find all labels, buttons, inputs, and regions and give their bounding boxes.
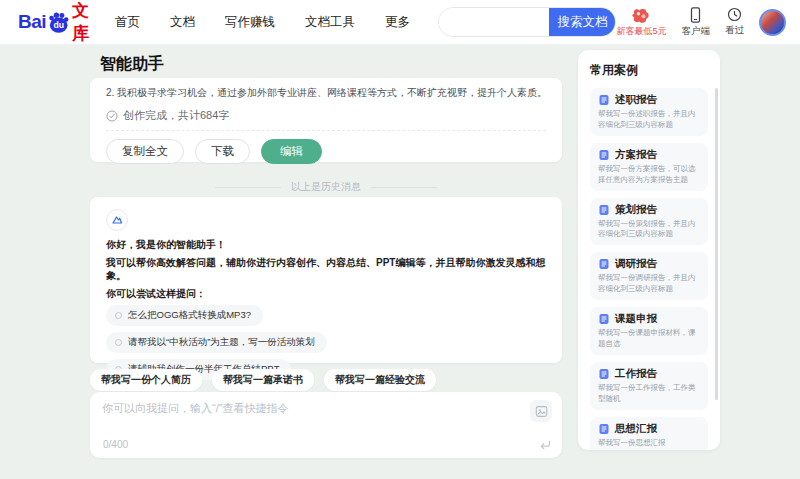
- logo-text-bai: Bai: [18, 11, 46, 33]
- case-desc: 帮我写一份述职报告，并且内容细化到三级内容标题: [598, 109, 700, 131]
- chat-input-card: 0/400: [90, 392, 562, 458]
- viewed-label: 看过: [725, 24, 744, 37]
- doc-icon: [598, 423, 610, 435]
- case-item-duty-report[interactable]: 述职报告 帮我写一份述职报告，并且内容细化到三级内容标题: [590, 88, 708, 136]
- ring-bullet-icon: [115, 339, 122, 346]
- doc-icon: [598, 94, 610, 106]
- history-divider-text: 以上是历史消息: [291, 180, 361, 194]
- welcome-try-label: 你可以尝试这样提问：: [106, 287, 546, 300]
- mobile-phone-icon: [689, 7, 702, 23]
- search-input[interactable]: [439, 8, 549, 36]
- welcome-greeting: 你好，我是你的智能助手！: [106, 238, 546, 251]
- case-item-plan-report[interactable]: 方案报告 帮我写一份方案报告，可以选择任意内容为方案报告主题: [590, 143, 708, 191]
- send-enter-icon[interactable]: [538, 439, 551, 451]
- promo-gift-icon: [630, 7, 652, 24]
- logo-text-wenku: 文库: [72, 0, 89, 45]
- baidu-wenku-assistant-page: Bai du 文库 首页 文档 写作赚钱 文档工具 更多 搜索文: [0, 0, 800, 479]
- quick-prompt-commitment[interactable]: 帮我写一篇承诺书: [212, 369, 314, 391]
- client-app-entry[interactable]: 客户端: [682, 7, 711, 38]
- char-counter: 0/400: [103, 439, 128, 450]
- history-divider: 以上是历史消息: [90, 180, 562, 194]
- download-button[interactable]: 下载: [195, 139, 250, 164]
- clock-icon: [727, 7, 742, 22]
- quick-prompt-resume[interactable]: 帮我写一份个人简历: [90, 369, 202, 391]
- ring-bullet-icon: [115, 312, 122, 319]
- image-icon: [535, 405, 548, 418]
- svg-text:du: du: [54, 20, 65, 30]
- insert-image-button[interactable]: [530, 400, 552, 422]
- copy-full-text-button[interactable]: 复制全文: [106, 139, 184, 164]
- baidu-wenku-logo[interactable]: Bai du 文库: [18, 0, 89, 45]
- history-actions: 复制全文 下载 编辑: [106, 139, 546, 164]
- suggestion-midautumn-plan[interactable]: 请帮我以“中秋活动”为主题，写一份活动策划: [106, 332, 327, 353]
- doc-icon: [598, 204, 610, 216]
- case-title: 方案报告: [615, 148, 657, 162]
- viewed-history-entry[interactable]: 看过: [725, 7, 744, 37]
- creation-status-row: 创作完成，共计684字: [106, 108, 546, 123]
- assistant-welcome-card: 你好，我是你的智能助手！ 我可以帮你高效解答问题，辅助你进行内容创作、内容总结、…: [90, 197, 562, 363]
- case-desc: 帮我写一份调研报告，并且内容细化到三级内容标题: [598, 273, 700, 295]
- welcome-intro: 我可以帮你高效解答问题，辅助你进行内容创作、内容总结、PPT编辑等，并且帮助你激…: [106, 256, 546, 282]
- case-item-research-report[interactable]: 调研报告 帮我写一份调研报告，并且内容细化到三级内容标题: [590, 252, 708, 300]
- user-avatar[interactable]: [759, 9, 786, 36]
- case-desc: 帮我写一份方案报告，可以选择任意内容为方案报告主题: [598, 164, 700, 186]
- main-nav: 首页 文档 写作赚钱 文档工具 更多: [115, 14, 410, 31]
- sidebar-scrollbar[interactable]: [715, 88, 718, 400]
- nav-item-earn[interactable]: 写作赚钱: [225, 14, 275, 31]
- sidebar-title: 常用案例: [590, 62, 708, 79]
- generated-text-tail: 2. 我积极寻求学习机会，通过参加外部专业讲座、网络课程等方式，不断扩充视野，提…: [106, 86, 546, 100]
- chat-input[interactable]: [102, 401, 516, 433]
- assistant-logo-icon: [111, 214, 123, 226]
- page-title: 智能助手: [100, 54, 164, 75]
- case-desc: 帮我写一份工作报告，工作类型随机: [598, 383, 700, 405]
- creation-status-text: 创作完成，共计684字: [123, 108, 229, 123]
- suggestion-ogg-to-mp3[interactable]: 怎么把OGG格式转换成MP3?: [106, 305, 263, 326]
- case-desc: 帮我写一份策划报告，并且内容细化到三级内容标题: [598, 219, 700, 241]
- case-title: 工作报告: [615, 367, 657, 381]
- check-circle-icon: [106, 110, 118, 122]
- new-customer-promo[interactable]: 新客最低5元: [616, 7, 666, 38]
- nav-item-docs[interactable]: 文档: [170, 14, 195, 31]
- divider-line: [215, 187, 281, 188]
- dashed-divider: [106, 130, 546, 131]
- case-item-project-application[interactable]: 课题申报 帮我写一份课题申报材料，课题自选: [590, 307, 708, 355]
- client-label: 客户端: [682, 25, 711, 38]
- common-cases-sidebar: 常用案例 述职报告 帮我写一份述职报告，并且内容细化到三级内容标题 方案报告 帮…: [578, 50, 720, 450]
- case-desc: 帮我写一份思想汇报: [598, 438, 700, 449]
- nav-item-tools[interactable]: 文档工具: [305, 14, 355, 31]
- search-bar: 搜索文档: [438, 7, 616, 37]
- case-item-work-report[interactable]: 工作报告 帮我写一份工作报告，工作类型随机: [590, 362, 708, 410]
- case-title: 调研报告: [615, 257, 657, 271]
- suggestion-label: 怎么把OGG格式转换成MP3?: [128, 309, 251, 322]
- case-item-planning-report[interactable]: 策划报告 帮我写一份策划报告，并且内容细化到三级内容标题: [590, 198, 708, 246]
- nav-item-more[interactable]: 更多: [385, 14, 410, 31]
- case-title: 思想汇报: [615, 422, 657, 436]
- doc-icon: [598, 368, 610, 380]
- history-message-card: 2. 我积极寻求学习机会，通过参加外部专业讲座、网络课程等方式，不断扩充视野，提…: [90, 78, 562, 162]
- doc-icon: [598, 258, 610, 270]
- case-item-thought-report[interactable]: 思想汇报 帮我写一份思想汇报: [590, 417, 708, 451]
- case-desc: 帮我写一份课题申报材料，课题自选: [598, 328, 700, 350]
- suggestion-label: 请帮我以“中秋活动”为主题，写一份活动策划: [128, 336, 315, 349]
- header-tools: 新客最低5元 客户端 看过: [616, 7, 786, 38]
- top-navbar: Bai du 文库 首页 文档 写作赚钱 文档工具 更多 搜索文: [0, 0, 800, 45]
- quick-prompt-experience[interactable]: 帮我写一篇经验交流: [324, 369, 436, 391]
- edit-button[interactable]: 编辑: [261, 139, 322, 164]
- doc-icon: [598, 149, 610, 161]
- assistant-avatar: [106, 209, 128, 231]
- quick-prompt-row: 帮我写一份个人简历 帮我写一篇承诺书 帮我写一篇经验交流: [90, 369, 436, 391]
- search-docs-button[interactable]: 搜索文档: [549, 8, 615, 36]
- case-title: 课题申报: [615, 312, 657, 326]
- baidu-paw-icon: du: [47, 11, 70, 34]
- case-title: 述职报告: [615, 93, 657, 107]
- divider-line: [371, 187, 437, 188]
- case-title: 策划报告: [615, 203, 657, 217]
- promo-label: 新客最低5元: [616, 25, 666, 38]
- doc-icon: [598, 313, 610, 325]
- nav-item-home[interactable]: 首页: [115, 14, 140, 31]
